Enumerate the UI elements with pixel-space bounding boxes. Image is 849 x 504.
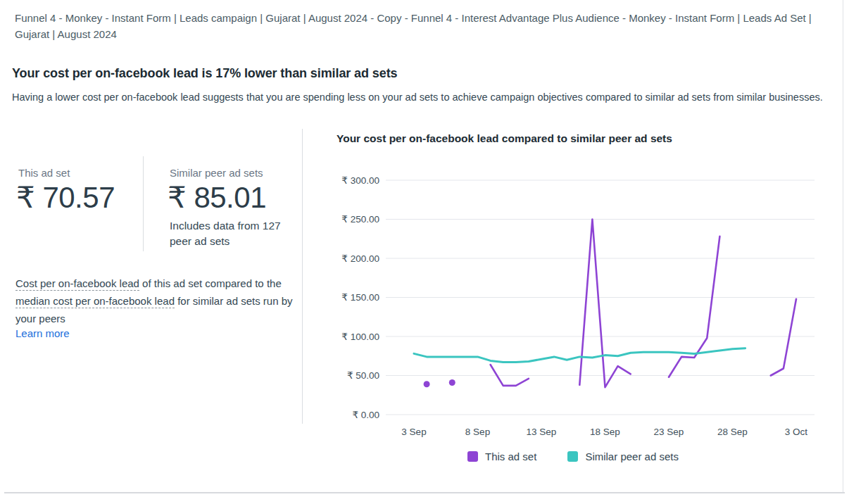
ad-benchmark-panel: Funnel 4 - Monkey - Instant Form | Leads… [0,0,849,504]
peer-data-note: Includes data from 127 peer ad sets [170,218,293,249]
this-ad-set-value: ₹ 70.57 [16,180,115,215]
peer-ad-sets-label: Similar peer ad sets [170,167,263,179]
card-border [4,492,845,493]
legend-item-peer-ad-sets: Similar peer ad sets [567,451,679,462]
svg-text:13 Sep: 13 Sep [527,427,557,437]
svg-text:3 Oct: 3 Oct [785,427,808,437]
svg-text:8 Sep: 8 Sep [465,427,490,437]
insight-description: Having a lower cost per on-facebook lead… [12,89,823,105]
metric-term-median-cost[interactable]: median cost per on-facebook lead [15,295,175,308]
svg-text:₹ 150.00: ₹ 150.00 [341,292,379,303]
svg-text:₹ 0.00: ₹ 0.00 [352,410,379,420]
svg-text:18 Sep: 18 Sep [590,427,620,437]
svg-text:28 Sep: 28 Sep [717,427,748,437]
panel-divider [302,129,303,424]
card-border [843,0,843,492]
chart-title: Your cost per on-facebook lead compared … [337,132,829,145]
this-ad-set-label: This ad set [18,167,70,179]
svg-text:3 Sep: 3 Sep [401,427,426,437]
breadcrumb: Funnel 4 - Monkey - Instant Form | Leads… [15,10,840,42]
metric-explanation: Cost per on-facebook lead of this ad set… [15,275,296,327]
chart-legend: This ad set Similar peer ad sets [467,451,679,462]
peer-ad-sets-value: ₹ 85.01 [168,180,266,215]
this-ad-set-swatch-icon [467,451,478,462]
legend-item-this-ad-set: This ad set [467,451,536,462]
legend-label: This ad set [485,451,536,462]
benchmark-chart-canvas[interactable]: ₹ 300.00₹ 250.00₹ 200.00₹ 150.00₹ 100.00… [310,172,849,443]
learn-more-link[interactable]: Learn more [15,327,70,339]
metric-term-cost-per-lead[interactable]: Cost per on-facebook lead [15,277,139,291]
svg-text:₹ 300.00: ₹ 300.00 [341,175,379,186]
svg-text:₹ 50.00: ₹ 50.00 [347,370,379,381]
stat-divider [143,156,144,251]
metric-text: of this ad set compared to the [139,277,282,289]
peer-ad-sets-swatch-icon [567,451,578,462]
svg-text:23 Sep: 23 Sep [654,427,684,437]
svg-text:₹ 200.00: ₹ 200.00 [341,253,379,264]
svg-text:₹ 250.00: ₹ 250.00 [341,214,379,225]
page-title: Your cost per on-facebook lead is 17% lo… [12,66,829,81]
svg-text:₹ 100.00: ₹ 100.00 [341,332,379,342]
legend-label: Similar peer ad sets [585,451,679,462]
